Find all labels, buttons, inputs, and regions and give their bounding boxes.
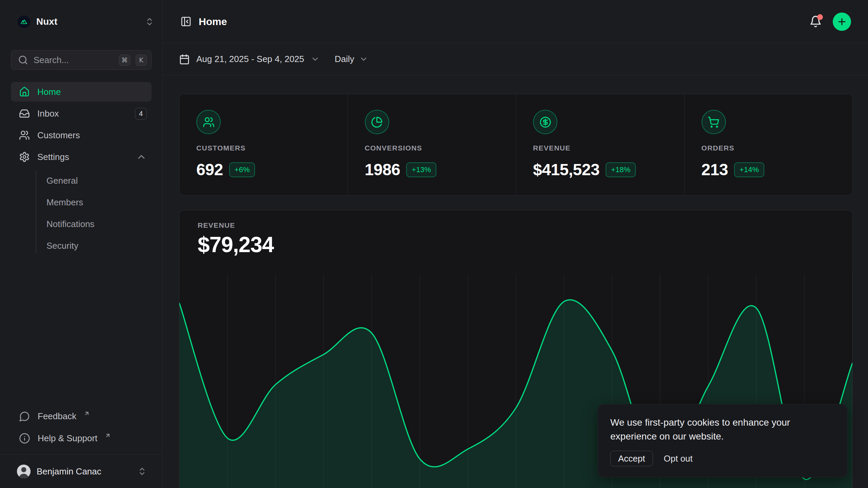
avatar: [17, 465, 31, 478]
stat-delta-badge: +13%: [406, 162, 436, 177]
sidebar: Nuxt Search... ⌘ K Home Inbox 4 Customer…: [0, 0, 163, 488]
chevron-up-icon: [136, 151, 147, 162]
home-icon: [19, 86, 30, 97]
footer-item-label: Feedback: [38, 411, 76, 422]
plus-icon: [837, 17, 847, 27]
sidebar-item-label: Settings: [37, 152, 129, 162]
sidebar-nav: Home Inbox 4 Customers Settings General …: [11, 82, 152, 257]
stat-customers[interactable]: CUSTOMERS 692 +6%: [179, 94, 348, 195]
user-menu[interactable]: Benjamin Canac: [11, 462, 152, 481]
sidebar-item-label: Inbox: [37, 108, 127, 119]
stat-revenue[interactable]: REVENUE $415,523 +18%: [516, 94, 684, 195]
page-header: Home: [163, 0, 868, 43]
chevrons-up-down-icon: [137, 467, 147, 476]
stat-orders[interactable]: ORDERS 213 +14%: [684, 94, 853, 195]
new-item-button[interactable]: [833, 13, 851, 31]
users-icon: [196, 110, 221, 134]
inbox-count-badge: 4: [135, 108, 147, 120]
users-icon: [19, 130, 30, 141]
chevrons-up-down-icon: [145, 17, 154, 26]
message-circle-icon: [19, 411, 30, 422]
calendar-icon: [179, 54, 190, 65]
sidebar-item-help-support[interactable]: Help & Support: [11, 428, 152, 448]
external-link-icon: [105, 432, 111, 439]
settings-subnav: General Members Notifications Security: [22, 170, 141, 257]
workspace-selector[interactable]: Nuxt: [18, 12, 154, 31]
sidebar-item-customers[interactable]: Customers: [11, 125, 152, 145]
panel-left-close-icon: [180, 16, 192, 27]
stat-value: $415,523: [533, 160, 599, 179]
stats-card: CUSTOMERS 692 +6% CONVERSIONS 1986 +13%: [179, 94, 853, 196]
filters-toolbar: Aug 21, 2025 - Sep 4, 2025 Daily: [163, 43, 868, 75]
revenue-chart-label: REVENUE: [198, 222, 852, 229]
sidebar-item-label: Home: [37, 87, 147, 97]
gear-icon: [19, 151, 30, 162]
nuxt-logo-icon: [18, 16, 30, 28]
chevron-down-icon: [359, 55, 368, 64]
sidebar-item-notifications[interactable]: Notifications: [22, 213, 141, 235]
kbd-k: K: [136, 55, 147, 66]
granularity-value: Daily: [335, 54, 354, 64]
sidebar-collapse-button[interactable]: [178, 14, 193, 29]
chevron-down-icon: [311, 55, 320, 64]
notifications-button[interactable]: [808, 14, 823, 29]
granularity-select[interactable]: Daily: [335, 54, 368, 64]
shopping-cart-icon: [702, 110, 726, 134]
cookie-message: We use first-party cookies to enhance yo…: [610, 415, 835, 443]
circle-dollar-icon: [533, 110, 557, 134]
page-title: Home: [199, 16, 808, 27]
stat-label: REVENUE: [533, 144, 684, 152]
notification-dot: [817, 14, 823, 20]
sidebar-item-security[interactable]: Security: [22, 235, 141, 257]
user-name: Benjamin Canac: [37, 466, 131, 477]
stat-delta-badge: +14%: [734, 162, 764, 177]
search-icon: [18, 55, 28, 65]
sidebar-item-home[interactable]: Home: [11, 82, 152, 102]
date-range-picker[interactable]: Aug 21, 2025 - Sep 4, 2025: [179, 54, 320, 65]
stat-label: CONVERSIONS: [365, 144, 516, 152]
stat-value: 1986: [365, 160, 400, 179]
sidebar-item-settings[interactable]: Settings: [11, 147, 152, 167]
inbox-icon: [19, 108, 30, 119]
external-link-icon: [84, 410, 90, 416]
stat-label: ORDERS: [702, 144, 853, 152]
stat-label: CUSTOMERS: [196, 144, 348, 152]
sidebar-item-general[interactable]: General: [22, 170, 141, 191]
date-range-value: Aug 21, 2025 - Sep 4, 2025: [196, 54, 304, 64]
opt-out-button[interactable]: Opt out: [664, 453, 693, 464]
sidebar-divider: [0, 454, 162, 455]
sidebar-item-label: Customers: [37, 130, 147, 141]
stat-delta-badge: +18%: [606, 162, 636, 177]
workspace-name: Nuxt: [36, 16, 139, 27]
info-circle-icon: [19, 433, 30, 444]
app-root: Nuxt Search... ⌘ K Home Inbox 4 Customer…: [0, 0, 868, 488]
sidebar-spacer: [0, 257, 162, 406]
sidebar-footer-nav: Feedback Help & Support: [11, 406, 152, 448]
stat-delta-badge: +6%: [229, 162, 255, 177]
sidebar-item-feedback[interactable]: Feedback: [11, 406, 152, 426]
stat-value: 213: [702, 160, 728, 179]
revenue-chart-value: $79,234: [198, 233, 852, 256]
sidebar-item-inbox[interactable]: Inbox 4: [11, 104, 152, 123]
stat-value: 692: [196, 160, 223, 179]
footer-item-label: Help & Support: [38, 433, 97, 444]
sidebar-item-members[interactable]: Members: [22, 191, 141, 213]
search-placeholder: Search...: [34, 55, 116, 65]
chart-pie-icon: [365, 110, 389, 134]
search-input[interactable]: Search... ⌘ K: [11, 50, 152, 70]
accept-button[interactable]: Accept: [610, 451, 653, 466]
kbd-command: ⌘: [119, 55, 130, 66]
stat-conversions[interactable]: CONVERSIONS 1986 +13%: [348, 94, 516, 195]
subnav-guide-line: [36, 170, 36, 253]
cookie-banner: We use first-party cookies to enhance yo…: [598, 404, 848, 477]
